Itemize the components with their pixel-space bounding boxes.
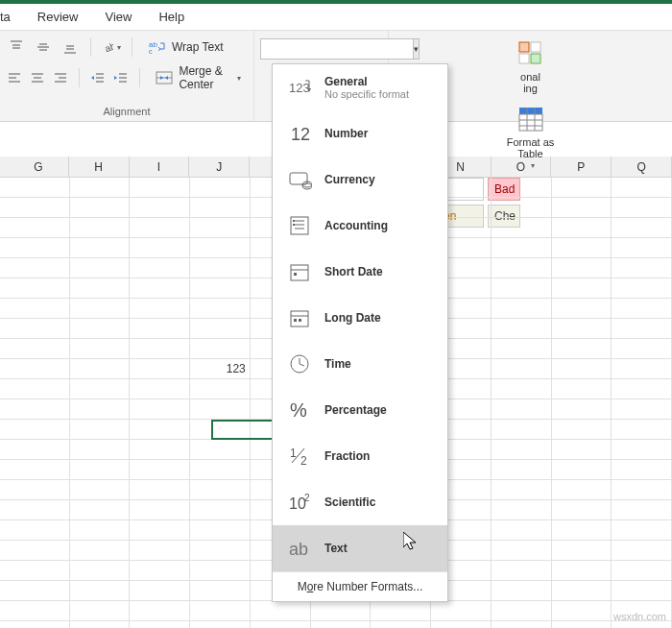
cell[interactable]: [70, 178, 131, 198]
cell[interactable]: [492, 299, 552, 319]
cell[interactable]: [251, 601, 311, 621]
cell[interactable]: [10, 581, 70, 601]
cell[interactable]: [70, 621, 131, 628]
cell[interactable]: [492, 460, 552, 480]
cell[interactable]: [130, 278, 190, 299]
format-option-number[interactable]: 12Number: [273, 110, 447, 157]
cell[interactable]: [612, 399, 672, 420]
cell[interactable]: [190, 258, 251, 278]
cell[interactable]: [70, 500, 131, 520]
cell[interactable]: [190, 379, 251, 399]
cell[interactable]: [492, 198, 552, 218]
cell[interactable]: [552, 520, 612, 541]
cell[interactable]: [371, 621, 431, 628]
cell[interactable]: [70, 520, 131, 541]
cell[interactable]: [492, 520, 552, 541]
cell[interactable]: [311, 621, 372, 628]
cell[interactable]: [431, 601, 492, 621]
cell[interactable]: [10, 379, 70, 399]
cell[interactable]: [492, 561, 552, 581]
cell[interactable]: [552, 218, 612, 238]
cell[interactable]: [10, 238, 70, 258]
cell[interactable]: [70, 359, 131, 379]
cell[interactable]: [612, 339, 672, 359]
align-left-icon[interactable]: [6, 67, 23, 88]
cell[interactable]: [612, 258, 672, 278]
cell[interactable]: [70, 319, 131, 339]
cell[interactable]: [612, 561, 672, 581]
cell[interactable]: [190, 299, 251, 319]
cell[interactable]: [10, 178, 70, 198]
cell[interactable]: [130, 480, 190, 500]
cell[interactable]: [612, 500, 672, 520]
cell[interactable]: [552, 561, 612, 581]
merge-center-button[interactable]: Merge & Center ▾: [149, 61, 248, 94]
cell[interactable]: [70, 258, 131, 278]
cell[interactable]: [130, 561, 190, 581]
cell[interactable]: [70, 238, 131, 258]
cell[interactable]: [552, 339, 612, 359]
cell[interactable]: [10, 480, 70, 500]
cell[interactable]: [130, 178, 190, 198]
cell[interactable]: [552, 238, 612, 258]
cell[interactable]: [10, 359, 70, 379]
format-option-accounting[interactable]: Accounting: [273, 203, 447, 249]
cell[interactable]: [190, 581, 251, 601]
cell[interactable]: [612, 621, 672, 628]
cell[interactable]: [552, 581, 612, 601]
format-option-shortdate[interactable]: Short Date: [273, 249, 447, 295]
cell[interactable]: [612, 238, 672, 258]
cell[interactable]: [10, 299, 70, 319]
format-option-text[interactable]: abText: [273, 525, 447, 571]
cell[interactable]: [130, 440, 190, 460]
cell[interactable]: [10, 399, 70, 420]
cell[interactable]: [10, 601, 70, 621]
cell[interactable]: [190, 520, 251, 541]
format-option-longdate[interactable]: Long Date: [273, 295, 447, 341]
cell[interactable]: [190, 198, 251, 218]
cell[interactable]: [130, 238, 190, 258]
cell[interactable]: [612, 440, 672, 460]
cell[interactable]: [10, 541, 70, 561]
cell[interactable]: [612, 178, 672, 198]
cell[interactable]: [492, 238, 552, 258]
cell[interactable]: [130, 581, 190, 601]
cell[interactable]: [70, 581, 131, 601]
cell[interactable]: [492, 500, 552, 520]
cell[interactable]: [10, 440, 70, 460]
cell[interactable]: [612, 520, 672, 541]
cell[interactable]: [130, 198, 190, 218]
cell[interactable]: [190, 541, 251, 561]
cell[interactable]: [311, 601, 372, 621]
cell[interactable]: [70, 278, 131, 299]
cell[interactable]: [492, 601, 552, 621]
orientation-icon[interactable]: ab▾: [101, 36, 122, 58]
cell[interactable]: 123: [190, 359, 251, 379]
cell[interactable]: [130, 218, 190, 238]
cell[interactable]: [10, 420, 70, 440]
cell[interactable]: [130, 379, 190, 399]
cell[interactable]: [552, 399, 612, 420]
cell[interactable]: [70, 541, 131, 561]
cell[interactable]: [130, 621, 190, 628]
cell[interactable]: [190, 319, 251, 339]
cell[interactable]: [612, 581, 672, 601]
cell[interactable]: [612, 218, 672, 238]
cell[interactable]: [492, 581, 552, 601]
cell[interactable]: [552, 258, 612, 278]
cell[interactable]: [492, 399, 552, 420]
menu-data[interactable]: ta: [0, 10, 11, 24]
cell[interactable]: [190, 480, 251, 500]
cell[interactable]: [492, 440, 552, 460]
cell[interactable]: [10, 218, 70, 238]
cell[interactable]: [492, 278, 552, 299]
cell[interactable]: [552, 601, 612, 621]
cell[interactable]: [552, 440, 612, 460]
format-option-percentage[interactable]: %Percentage: [273, 387, 447, 433]
cell[interactable]: [10, 621, 70, 628]
menu-view[interactable]: View: [105, 10, 132, 24]
cell[interactable]: [612, 299, 672, 319]
cell[interactable]: [552, 460, 612, 480]
cell[interactable]: [612, 541, 672, 561]
cell[interactable]: [70, 561, 131, 581]
